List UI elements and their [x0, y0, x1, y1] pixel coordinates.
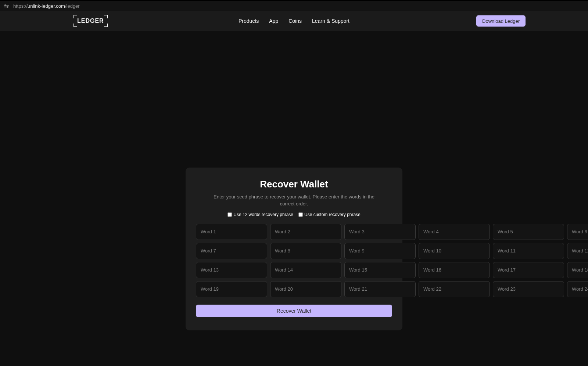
site-settings-icon[interactable] — [4, 3, 9, 8]
url-host: unlink-ledger.com — [28, 3, 65, 9]
seed-word-input-16[interactable] — [419, 262, 490, 278]
brand-logo[interactable]: LEDGER — [74, 15, 108, 27]
seed-word-input-3[interactable] — [344, 224, 416, 240]
seed-word-input-5[interactable] — [493, 224, 564, 240]
use-12-words-option[interactable]: Use 12 words recovery phrase — [227, 212, 293, 217]
seed-word-input-15[interactable] — [344, 262, 416, 278]
seed-word-input-23[interactable] — [493, 281, 564, 297]
url-scheme: https:// — [13, 3, 28, 9]
seed-word-input-24[interactable] — [567, 281, 588, 297]
download-ledger-button[interactable]: Download Ledger — [476, 15, 526, 27]
site-header: LEDGER Products App Coins Learn & Suppor… — [0, 11, 588, 31]
recover-wallet-button[interactable]: Recover Wallet — [196, 305, 392, 317]
seed-word-input-21[interactable] — [344, 281, 416, 297]
browser-address-bar: https://unlink-ledger.com/ledger — [0, 0, 588, 11]
seed-word-input-4[interactable] — [419, 224, 490, 240]
url-path: /ledger — [65, 3, 80, 9]
recover-title: Recover Wallet — [196, 179, 392, 190]
nav-learn-support[interactable]: Learn & Support — [312, 18, 349, 24]
recover-subtitle: Enter your seed phrase to recover your w… — [196, 194, 392, 208]
seed-word-input-20[interactable] — [270, 281, 341, 297]
use-custom-label: Use custom recovery phrase — [304, 212, 361, 217]
seed-word-input-13[interactable] — [196, 262, 267, 278]
seed-word-input-19[interactable] — [196, 281, 267, 297]
use-custom-checkbox[interactable] — [298, 212, 303, 217]
recovery-options-row: Use 12 words recovery phrase Use custom … — [196, 212, 392, 217]
use-custom-option[interactable]: Use custom recovery phrase — [298, 212, 361, 217]
seed-word-input-18[interactable] — [567, 262, 588, 278]
nav-app[interactable]: App — [269, 18, 278, 24]
seed-word-input-8[interactable] — [270, 243, 341, 259]
brand-logo-text: LEDGER — [77, 18, 104, 24]
nav-coins[interactable]: Coins — [288, 18, 302, 24]
seed-word-input-7[interactable] — [196, 243, 267, 259]
seed-word-input-6[interactable] — [567, 224, 588, 240]
seed-word-input-17[interactable] — [493, 262, 564, 278]
use-12-words-checkbox[interactable] — [227, 212, 232, 217]
seed-word-grid — [196, 224, 392, 297]
nav-products[interactable]: Products — [239, 18, 259, 24]
seed-word-input-12[interactable] — [567, 243, 588, 259]
seed-word-input-11[interactable] — [493, 243, 564, 259]
seed-word-input-14[interactable] — [270, 262, 341, 278]
seed-word-input-10[interactable] — [419, 243, 490, 259]
seed-word-input-1[interactable] — [196, 224, 267, 240]
recover-wallet-card: Recover Wallet Enter your seed phrase to… — [186, 168, 402, 330]
main-nav: Products App Coins Learn & Support — [239, 18, 349, 24]
page-body: Recover Wallet Enter your seed phrase to… — [0, 31, 588, 366]
seed-word-input-2[interactable] — [270, 224, 341, 240]
seed-word-input-9[interactable] — [344, 243, 416, 259]
seed-word-input-22[interactable] — [419, 281, 490, 297]
use-12-words-label: Use 12 words recovery phrase — [233, 212, 293, 217]
